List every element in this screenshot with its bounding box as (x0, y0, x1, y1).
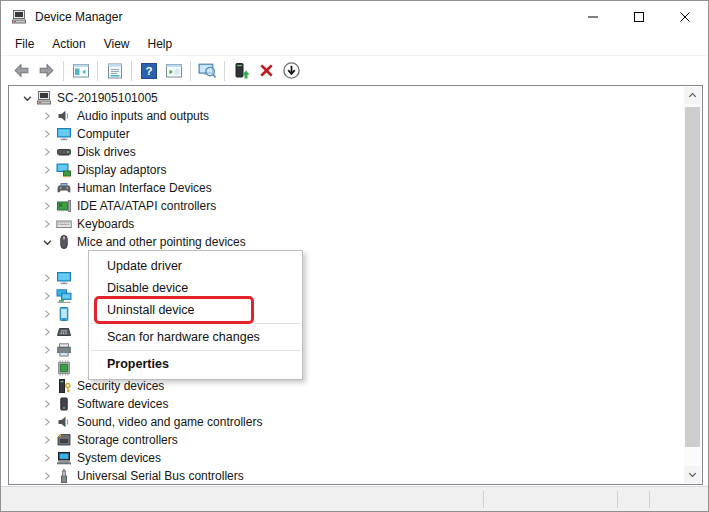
show-console-tree-button[interactable] (68, 58, 93, 83)
arrow-left-icon (12, 61, 31, 80)
arrow-right-icon (37, 61, 56, 80)
chevron-down-icon[interactable] (40, 235, 54, 249)
tree-row[interactable]: Storage controllers (10, 431, 684, 449)
tree-row[interactable]: Keyboards (10, 215, 684, 233)
chevron-right-icon[interactable] (40, 343, 54, 357)
chevron-right-icon[interactable] (40, 415, 54, 429)
chevron-right-icon[interactable] (40, 379, 54, 393)
scroll-down-button[interactable] (684, 466, 701, 483)
update-driver-button[interactable] (229, 58, 254, 83)
tree-row-label: Human Interface Devices (77, 181, 212, 195)
software-device-icon (56, 396, 72, 412)
chevron-right-icon[interactable] (40, 307, 54, 321)
status-bar-divider (649, 491, 650, 508)
chevron-right-icon[interactable] (40, 469, 54, 483)
toolbar-separator (224, 61, 225, 81)
tree-row-label: Storage controllers (77, 433, 178, 447)
menubar-item-help[interactable]: Help (139, 33, 182, 55)
action-pane-button[interactable] (161, 58, 186, 83)
scan-for-hardware-changes-button[interactable] (195, 58, 220, 83)
tree-row-label: Mice and other pointing devices (77, 235, 246, 249)
disable-device-button[interactable] (279, 58, 304, 83)
window-controls (570, 1, 708, 33)
mouse-icon (56, 234, 72, 250)
svg-text:?: ? (145, 65, 152, 77)
toolbar-separator (131, 61, 132, 81)
tree-row[interactable]: Audio inputs and outputs (10, 107, 684, 125)
context-menu: Update driverDisable deviceUninstall dev… (88, 250, 303, 380)
scroll-up-button[interactable] (684, 87, 701, 104)
status-bar (1, 486, 708, 512)
chevron-right-icon[interactable] (40, 127, 54, 141)
tree-row-label: Security devices (77, 379, 164, 393)
printer-icon (56, 342, 72, 358)
tree-row-label: Display adaptors (77, 163, 166, 177)
minimize-button[interactable] (570, 1, 616, 33)
chevron-right-icon[interactable] (40, 289, 54, 303)
maximize-button[interactable] (616, 1, 662, 33)
tree-row[interactable]: Mice and other pointing devices (10, 233, 684, 251)
disable-icon (282, 61, 301, 80)
usb-icon (56, 468, 72, 483)
tree-row[interactable]: SC-201905101005 (10, 89, 684, 107)
status-bar-divider (483, 491, 484, 508)
chevron-right-icon[interactable] (40, 271, 54, 285)
tree-row[interactable]: Software devices (10, 395, 684, 413)
chevron-down-icon[interactable] (20, 91, 34, 105)
display-adapter-icon (56, 162, 72, 178)
audio-icon (56, 108, 72, 124)
context-menu-item-properties[interactable]: Properties (89, 353, 302, 375)
tree-row[interactable]: Universal Serial Bus controllers (10, 467, 684, 483)
keyboard-icon (56, 216, 72, 232)
chevron-right-icon[interactable] (40, 199, 54, 213)
uninstall-device-highlight-annotation (94, 296, 254, 324)
tree-row-label: IDE ATA/ATAPI controllers (77, 199, 216, 213)
security-device-icon (56, 378, 72, 394)
tree-row[interactable]: Sound, video and game controllers (10, 413, 684, 431)
uninstall-icon (257, 61, 276, 80)
disk-drive-icon (56, 144, 72, 160)
context-menu-item-scan-for-hardware-changes[interactable]: Scan for hardware changes (89, 326, 302, 348)
ide-controller-icon (56, 198, 72, 214)
tree-row-label: System devices (77, 451, 161, 465)
tree-row[interactable]: Disk drives (10, 143, 684, 161)
menubar-item-action[interactable]: Action (43, 33, 94, 55)
tree-row-label: Disk drives (77, 145, 136, 159)
chevron-right-icon[interactable] (40, 145, 54, 159)
tree-row[interactable]: Computer (10, 125, 684, 143)
uninstall-device-button[interactable] (254, 58, 279, 83)
device-manager-window: Device Manager FileActionViewHelp ? SC-2… (0, 0, 709, 512)
tree-row-label: Computer (77, 127, 130, 141)
chevron-right-icon[interactable] (40, 217, 54, 231)
scan-icon (198, 61, 217, 80)
back-button[interactable] (9, 58, 34, 83)
menubar-item-file[interactable]: File (6, 33, 43, 55)
chevron-right-icon[interactable] (40, 109, 54, 123)
portable-device-icon (56, 306, 72, 322)
tree-row[interactable]: Display adaptors (10, 161, 684, 179)
chevron-right-icon[interactable] (40, 433, 54, 447)
close-button[interactable] (662, 1, 708, 33)
close-icon (679, 11, 691, 23)
vertical-scrollbar[interactable] (684, 87, 701, 483)
scrollbar-thumb[interactable] (685, 107, 700, 447)
help-button[interactable]: ? (136, 58, 161, 83)
chevron-right-icon[interactable] (40, 361, 54, 375)
computer-icon (36, 90, 52, 106)
properties-button[interactable] (102, 58, 127, 83)
menubar-item-view[interactable]: View (95, 33, 139, 55)
toolbar: ? (1, 56, 708, 85)
tree-row[interactable]: IDE ATA/ATAPI controllers (10, 197, 684, 215)
chevron-right-icon[interactable] (40, 181, 54, 195)
chevron-right-icon[interactable] (40, 397, 54, 411)
chevron-right-icon[interactable] (40, 325, 54, 339)
chevron-right-icon[interactable] (40, 163, 54, 177)
properties-icon (106, 62, 124, 80)
chevron-right-icon[interactable] (40, 451, 54, 465)
network-adapter-icon (56, 288, 72, 304)
help-icon: ? (140, 62, 158, 80)
context-menu-item-update-driver[interactable]: Update driver (89, 255, 302, 277)
forward-button[interactable] (34, 58, 59, 83)
tree-row[interactable]: Human Interface Devices (10, 179, 684, 197)
tree-row[interactable]: System devices (10, 449, 684, 467)
